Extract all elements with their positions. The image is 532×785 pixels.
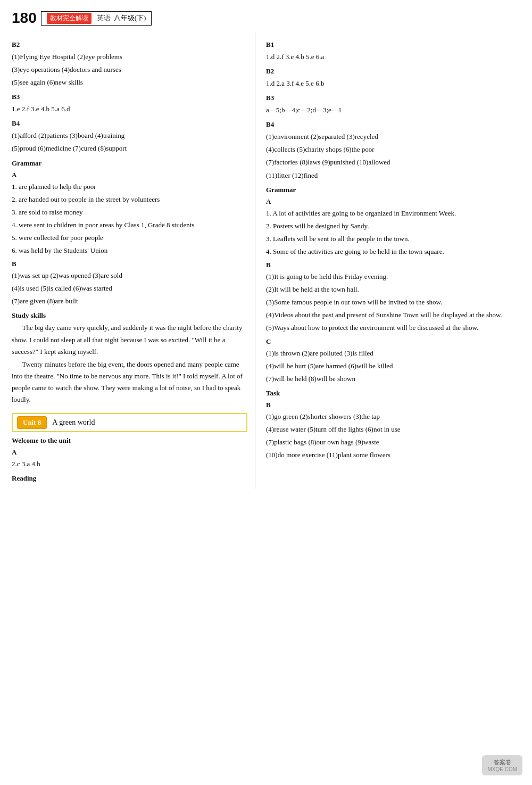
right-gB-5: (5)Ways about how to protect the environ… <box>266 322 520 334</box>
right-gB-4: (4)Videos about the past and present of … <box>266 309 520 321</box>
left-grammar-B: B (1)was set up (2)was opened (3)are sol… <box>12 260 247 307</box>
right-B4-line1: (1)environment (2)separated (3)recycled <box>266 131 520 143</box>
right-B4-line3: (7)factories (8)laws (9)punished (10)all… <box>266 156 520 168</box>
right-gB-2: (2)It will be held at the town hall. <box>266 284 520 295</box>
left-gA-3: 3. are sold to raise money <box>12 206 247 218</box>
right-column: B1 1.d 2.f 3.e 4.b 5.e 6.a B2 1.d 2.a 3.… <box>255 32 532 489</box>
right-grammar-C-label: C <box>266 337 520 346</box>
header: 180 教材完全解读 英语 八年级(下) <box>0 10 532 32</box>
left-section-B2: B2 (1)Flying Eye Hospital (2)eye problem… <box>12 40 247 88</box>
left-B3-title: B3 <box>12 93 247 101</box>
left-B2-line2: (3)eye operations (4)doctors and nurses <box>12 64 247 76</box>
watermark: 答案卷 MXQE.COM <box>482 755 522 775</box>
welcome-A-ans: 2.c 3.a 4.b <box>12 458 247 470</box>
left-ss-para1: The big day came very quickly, and sudde… <box>12 322 247 357</box>
unit8-badge: Unit 8 <box>17 416 47 429</box>
right-gA-4: 4. Some of the activities are going to b… <box>266 246 520 258</box>
left-gB-2: (4)is used (5)is called (6)was started <box>12 283 247 294</box>
left-grammar-B-label: B <box>12 260 247 268</box>
right-B2-line1: 1.d 2.a 3.f 4.e 5.e 6.b <box>266 78 520 89</box>
right-B1-title: B1 <box>266 40 520 49</box>
left-B2-line3: (5)see again (6)new skills <box>12 77 247 88</box>
right-grammar-title: Grammar <box>266 186 520 194</box>
left-B3-line1: 1.e 2.f 3.e 4.b 5.a 6.d <box>12 103 247 115</box>
left-gA-6: 6. was held by the Students' Union <box>12 245 247 257</box>
left-B4-line2: (5)proud (6)medicine (7)cured (8)support <box>12 143 247 154</box>
left-section-B4: B4 (1)afford (2)patients (3)board (4)tra… <box>12 119 247 154</box>
left-section-reading: Reading <box>12 474 247 483</box>
left-B4-line1: (1)afford (2)patients (3)board (4)traini… <box>12 130 247 142</box>
unit8-box: Unit 8 A green world <box>12 413 247 432</box>
right-grammar-B: B (1)It is going to be held this Friday … <box>266 261 520 334</box>
right-grammar-B-label: B <box>266 261 520 269</box>
right-gC-2: (4)will be hurt (5)are harmed (6)will be… <box>266 360 520 372</box>
left-gA-4: 4. were sent to children in poor areas b… <box>12 219 247 231</box>
right-B1-line1: 1.d 2.f 3.e 4.b 5.e 6.a <box>266 51 520 63</box>
left-B2-title: B2 <box>12 40 247 49</box>
left-grammar-A-label: A <box>12 171 247 179</box>
right-task-B-4: (10)do more exercise (11)plant some flow… <box>266 449 520 461</box>
page-number: 180 <box>12 10 37 27</box>
right-gB-1: (1)It is going to be held this Friday ev… <box>266 271 520 283</box>
left-gB-3: (7)are given (8)are built <box>12 295 247 307</box>
left-section-B3: B3 1.e 2.f 3.e 4.b 5.a 6.d <box>12 93 247 115</box>
right-section-B1: B1 1.d 2.f 3.e 4.b 5.e 6.a <box>266 40 520 63</box>
right-task-B-label: B <box>266 401 520 409</box>
badge-grade: 八年级(下) <box>114 13 146 23</box>
left-section-welcome: Welcome to the unit A 2.c 3.a 4.b <box>12 436 247 470</box>
right-gA-1: 1. A lot of activities are going to be o… <box>266 208 520 219</box>
right-B4-line2: (4)collects (5)charity shops (6)the poor <box>266 144 520 155</box>
reading-title: Reading <box>12 474 247 483</box>
page: 180 教材完全解读 英语 八年级(下) B2 (1)Flying Eye Ho… <box>0 0 532 785</box>
right-grammar-A-label: A <box>266 197 520 206</box>
header-border: 教材完全解读 英语 八年级(下) <box>41 11 152 26</box>
right-section-B2: B2 1.d 2.a 3.f 4.e 5.e 6.b <box>266 67 520 89</box>
right-grammar-C: C (1)is thrown (2)are polluted (3)is fil… <box>266 337 520 385</box>
right-B2-title: B2 <box>266 67 520 76</box>
right-B4-line4: (11)litter (12)fined <box>266 170 520 181</box>
left-section-grammar: Grammar A 1. are planned to help the poo… <box>12 159 247 308</box>
right-task-B-1: (1)go green (2)shorter showers (3)the ta… <box>266 411 520 423</box>
left-grammar-title: Grammar <box>12 159 247 168</box>
left-gB-1: (1)was set up (2)was opened (3)are sold <box>12 270 247 282</box>
badge-divider: 英语 <box>97 13 111 23</box>
left-study-skills-title: Study skills <box>12 311 247 320</box>
watermark-bottom-text: MXQE.COM <box>487 766 517 772</box>
right-B3-title: B3 <box>266 94 520 102</box>
unit8-title: A green world <box>52 418 95 427</box>
right-section-B4: B4 (1)environment (2)separated (3)recycl… <box>266 120 520 181</box>
right-gB-3: (3)Some famous people in our town will b… <box>266 296 520 308</box>
left-grammar-A: A 1. are planned to help the poor 2. are… <box>12 171 247 257</box>
right-grammar-A: A 1. A lot of activities are going to be… <box>266 197 520 258</box>
right-task-B-2: (4)reuse water (5)turn off the lights (6… <box>266 424 520 435</box>
watermark-top-text: 答案卷 <box>487 758 517 766</box>
right-gA-3: 3. Leaflets will be sent to all the peop… <box>266 233 520 245</box>
right-gA-2: 2. Posters will be designed by Sandy. <box>266 220 520 232</box>
left-gA-1: 1. are planned to help the poor <box>12 181 247 193</box>
right-section-grammar: Grammar A 1. A lot of activities are goi… <box>266 186 520 385</box>
welcome-A-label: A <box>12 448 247 457</box>
left-gA-5: 5. were collected for poor people <box>12 232 247 244</box>
left-ss-para2: Twenty minutes before the big event, the… <box>12 359 247 406</box>
left-section-study-skills: Study skills The big day came very quick… <box>12 311 247 406</box>
right-B3-line1: a—5;b—4;c—2;d—3;e—1 <box>266 104 520 116</box>
right-task-B-3: (7)plastic bags (8)our own bags (9)waste <box>266 436 520 448</box>
right-section-task: Task B (1)go green (2)shorter showers (3… <box>266 389 520 461</box>
welcome-title: Welcome to the unit <box>12 436 247 445</box>
right-gC-3: (7)will be held (8)will be shown <box>266 373 520 385</box>
right-B4-title: B4 <box>266 120 520 129</box>
right-task-title: Task <box>266 389 520 398</box>
right-section-B3: B3 a—5;b—4;c—2;d—3;e—1 <box>266 94 520 116</box>
left-B2-line1: (1)Flying Eye Hospital (2)eye problems <box>12 51 247 63</box>
left-B4-title: B4 <box>12 119 247 128</box>
two-col-layout: B2 (1)Flying Eye Hospital (2)eye problem… <box>0 32 532 489</box>
left-column: B2 (1)Flying Eye Hospital (2)eye problem… <box>0 32 255 489</box>
left-gA-2: 2. are handed out to people in the stree… <box>12 194 247 205</box>
right-gC-1: (1)is thrown (2)are polluted (3)is fille… <box>266 348 520 359</box>
badge-jiaocai: 教材完全解读 <box>47 13 92 24</box>
